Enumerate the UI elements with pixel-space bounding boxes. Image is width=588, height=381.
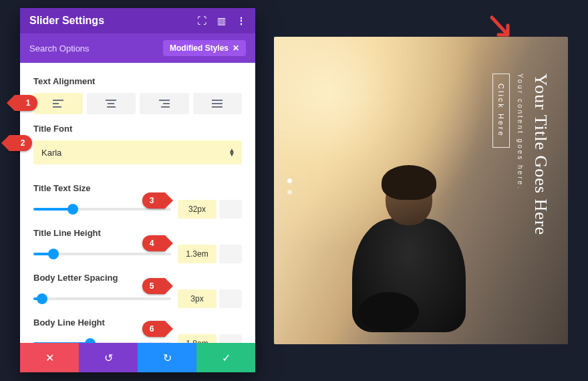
align-right-icon bbox=[159, 100, 170, 108]
annotation-marker-2: 2 bbox=[9, 135, 32, 151]
body-letter-spacing-row: 3px bbox=[33, 289, 242, 308]
annotation-arrow-icon bbox=[488, 15, 514, 41]
label-title-font: Title Font bbox=[33, 124, 242, 134]
annotation-marker-1: 1 bbox=[15, 95, 37, 111]
slider-preview: Click Here Your content goes here. Your … bbox=[274, 37, 568, 344]
label-text-alignment: Text Alignment bbox=[33, 76, 242, 86]
text-alignment-group bbox=[33, 93, 242, 114]
align-center-button[interactable] bbox=[87, 93, 136, 114]
slide-title: Your Title Goes Here bbox=[531, 74, 551, 318]
align-left-icon bbox=[53, 100, 63, 108]
align-justify-icon bbox=[212, 100, 223, 108]
title-font-value: Karla bbox=[41, 148, 61, 158]
expand-icon[interactable]: ⛶ bbox=[197, 15, 206, 26]
label-body-line-height: Body Line Height bbox=[33, 318, 242, 328]
filter-pill-modified-styles[interactable]: Modified Styles ✕ bbox=[163, 40, 246, 56]
slide-cta-button[interactable]: Click Here bbox=[492, 74, 510, 148]
align-right-button[interactable] bbox=[140, 93, 189, 114]
title-text-size-row: 32px bbox=[33, 200, 242, 219]
slide-dot-1[interactable] bbox=[287, 178, 292, 183]
align-left-button[interactable] bbox=[33, 93, 83, 114]
chevron-updown-icon: ▲▼ bbox=[229, 148, 235, 156]
annotation-marker-5: 5 bbox=[142, 278, 165, 294]
more-icon[interactable]: ⋮ bbox=[237, 15, 246, 26]
search-placeholder[interactable]: Search Options bbox=[29, 43, 90, 53]
title-line-height-value[interactable]: 1.3em bbox=[178, 245, 216, 263]
body-line-height-value[interactable]: 1.8em bbox=[178, 334, 216, 343]
redo-button[interactable]: ↻ bbox=[138, 343, 196, 372]
annotation-marker-6: 6 bbox=[142, 321, 165, 337]
panel-header: Slider Settings ⛶ ▥ ⋮ bbox=[20, 8, 255, 33]
filter-bar: Search Options Modified Styles ✕ bbox=[20, 33, 255, 63]
panel-body: Text Alignment Title Font Karla ▲▼ Title… bbox=[20, 63, 255, 343]
align-justify-button[interactable] bbox=[193, 93, 243, 114]
annotation-marker-3: 3 bbox=[142, 193, 165, 209]
slide-dot-2[interactable] bbox=[287, 190, 292, 195]
filter-pill-label: Modified Styles bbox=[170, 43, 229, 53]
header-controls: ⛶ ▥ ⋮ bbox=[197, 15, 246, 26]
align-center-icon bbox=[106, 100, 116, 108]
title-line-height-row: 1.3em bbox=[33, 245, 242, 263]
person-image bbox=[345, 172, 472, 326]
label-body-letter-spacing: Body Letter Spacing bbox=[33, 273, 242, 283]
body-letter-spacing-value[interactable]: 3px bbox=[178, 289, 216, 308]
panel-title: Slider Settings bbox=[29, 15, 104, 27]
close-icon[interactable]: ✕ bbox=[233, 43, 239, 53]
slide-nav-dots[interactable] bbox=[287, 178, 292, 195]
cancel-button[interactable]: ✕ bbox=[20, 343, 79, 372]
panel-footer: ✕ ↺ ↻ ✓ bbox=[20, 343, 255, 372]
label-title-line-height: Title Line Height bbox=[33, 228, 242, 238]
save-button[interactable]: ✓ bbox=[196, 343, 255, 372]
annotation-marker-4: 4 bbox=[142, 235, 165, 251]
label-title-text-size: Title Text Size bbox=[33, 183, 242, 193]
slide-content: Click Here Your content goes here. Your … bbox=[492, 74, 551, 318]
body-line-height-unit[interactable] bbox=[219, 334, 242, 343]
settings-panel: Slider Settings ⛶ ▥ ⋮ Search Options Mod… bbox=[20, 8, 255, 372]
slide-body-text: Your content goes here. bbox=[517, 74, 524, 318]
title-text-size-value[interactable]: 32px bbox=[178, 200, 216, 219]
body-letter-spacing-unit[interactable] bbox=[219, 289, 242, 308]
body-line-height-row: 1.8em bbox=[33, 334, 242, 343]
title-text-size-unit[interactable] bbox=[219, 200, 242, 219]
title-line-height-unit[interactable] bbox=[219, 245, 242, 263]
undo-button[interactable]: ↺ bbox=[79, 343, 138, 372]
columns-icon[interactable]: ▥ bbox=[217, 15, 226, 26]
title-font-select[interactable]: Karla ▲▼ bbox=[33, 140, 242, 164]
